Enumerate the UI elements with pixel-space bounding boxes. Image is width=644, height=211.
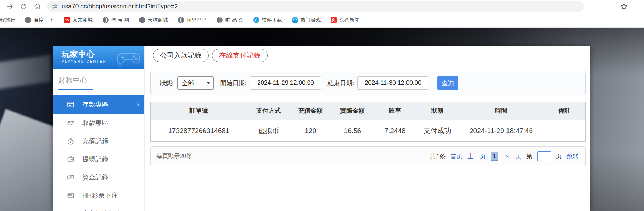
url-text[interactable]: usa70.cc/hhcp/usercenter.html?iniType=2 bbox=[62, 3, 178, 10]
bookmark-toutiao[interactable]: 头 头条新闻 bbox=[331, 17, 360, 24]
cell-actual-amount: 16.56 bbox=[331, 120, 374, 142]
bookmark-taobao[interactable]: 淘 宝 网 bbox=[103, 17, 129, 24]
table-header-row: 訂單號 支付方式 充值金額 實際金額 匯率 狀態 時間 備註 bbox=[151, 102, 586, 120]
page-size-text: 每頁顯示20條 bbox=[156, 153, 192, 160]
sidebar-item-withdrawal-records[interactable]: 提現記錄 bbox=[53, 150, 144, 168]
bookmarks-bar: 程旅行 百度一下 JD 京东商城 淘 宝 网 天猫商城 阿里巴巴 唯 品 会 软… bbox=[0, 13, 644, 28]
globe-icon bbox=[178, 17, 184, 23]
cell-recharge-amount: 120 bbox=[290, 120, 331, 142]
bookmark-games[interactable]: 热门游戏 bbox=[292, 17, 321, 24]
filter-bar: 狀態: 全部 開始日期: 結束日期: 查詢 bbox=[150, 71, 586, 95]
bookmark-jd[interactable]: JD 京东商城 bbox=[64, 17, 93, 24]
start-date-input[interactable] bbox=[250, 76, 321, 90]
deposit-card-icon bbox=[67, 101, 74, 108]
sidebar-item-label: 取款專區 bbox=[82, 119, 108, 127]
sidebar-item-withdraw[interactable]: 取款專區 bbox=[53, 114, 144, 132]
bookmark-ctrip[interactable]: 程旅行 bbox=[0, 17, 15, 24]
list-ticket-icon bbox=[67, 192, 74, 199]
software-icon bbox=[253, 17, 259, 23]
start-date-label: 開始日期: bbox=[220, 79, 247, 87]
globe-icon bbox=[217, 17, 223, 23]
bookmark-star-icon[interactable] bbox=[620, 3, 628, 11]
sidebar-item-label: 充值記錄 bbox=[82, 137, 108, 145]
cell-payment-method: 虚拟币 bbox=[247, 120, 290, 142]
col-time: 時間 bbox=[459, 102, 543, 120]
banknote-icon bbox=[67, 174, 74, 181]
col-status: 狀態 bbox=[416, 102, 459, 120]
col-recharge-amount: 充值金額 bbox=[290, 102, 331, 120]
bookmark-software[interactable]: 软件下载 bbox=[253, 17, 282, 24]
sidebar-menu: 存款專區 › 取款專區 充值記錄 提現記錄 資金記錄 bbox=[53, 95, 144, 211]
cell-status: 支付成功 bbox=[416, 120, 459, 142]
sidebar-item-deposit[interactable]: 存款專區 › bbox=[53, 95, 144, 114]
table-row: 1732877266314681 虚拟币 120 16.56 7.2448 支付… bbox=[151, 120, 586, 142]
sidebar-header: 玩家中心 PLAYERS CENTER bbox=[53, 46, 144, 69]
sidebar-item-funds-records[interactable]: 資金記錄 bbox=[53, 168, 144, 186]
gamepad-icon bbox=[116, 48, 141, 67]
wallet-icon bbox=[67, 156, 74, 163]
jump-suffix: 页 bbox=[556, 152, 562, 161]
sidebar-item-recharge-records[interactable]: 充值記錄 bbox=[53, 132, 144, 150]
current-page-badge: 1 bbox=[491, 152, 498, 161]
status-label: 狀態: bbox=[160, 79, 174, 87]
end-date-label: 結束日期: bbox=[327, 79, 354, 87]
sidebar-section: 財務中心 bbox=[53, 69, 144, 90]
col-payment-method: 支付方式 bbox=[247, 102, 290, 120]
jump-button[interactable]: 跳转 bbox=[566, 152, 579, 161]
status-select[interactable]: 全部 bbox=[177, 76, 214, 90]
sidebar-item-label: 存款專區 bbox=[82, 100, 108, 109]
search-button[interactable]: 查詢 bbox=[437, 76, 458, 90]
tab-online-payment-records[interactable]: 在線支付記錄 bbox=[212, 49, 268, 62]
end-date-input[interactable] bbox=[357, 76, 428, 90]
bookmark-alibaba[interactable]: 阿里巴巴 bbox=[178, 17, 207, 24]
reload-icon[interactable] bbox=[20, 3, 28, 11]
page-background: 玩家中心 PLAYERS CENTER 財務中心 存款專區 › bbox=[0, 28, 644, 211]
game-mascot-icon bbox=[292, 17, 298, 23]
col-exchange-rate: 匯率 bbox=[374, 102, 416, 120]
money-bag-icon bbox=[67, 137, 74, 145]
browser-toolbar: usa70.cc/hhcp/usercenter.html?iniType=2 bbox=[0, 0, 644, 13]
status-select-value: 全部 bbox=[182, 79, 194, 87]
cell-remark bbox=[543, 120, 586, 142]
globe-icon bbox=[25, 17, 31, 23]
hand-money-icon bbox=[67, 119, 74, 127]
sidebar-item-hh-lottery-bets[interactable]: HH彩票下注 bbox=[53, 186, 144, 204]
jump-page-input[interactable] bbox=[537, 151, 551, 161]
sidebar-item-label: 資金記錄 bbox=[82, 173, 108, 182]
address-bar[interactable]: usa70.cc/hhcp/usercenter.html?iniType=2 bbox=[47, 1, 584, 12]
col-remark: 備註 bbox=[543, 102, 586, 120]
cell-time: 2024-11-29 18:47:46 bbox=[459, 120, 543, 142]
background-light-streak bbox=[0, 55, 51, 89]
cell-exchange-rate: 7.2448 bbox=[374, 120, 416, 142]
jd-icon: JD bbox=[64, 17, 70, 23]
site-info-icon[interactable] bbox=[51, 3, 58, 10]
chevron-right-icon: › bbox=[137, 101, 139, 108]
chevron-down-icon bbox=[206, 82, 210, 84]
toutiao-icon: 头 bbox=[331, 17, 337, 23]
tab-company-deposit-records[interactable]: 公司入款記錄 bbox=[153, 49, 209, 62]
home-icon[interactable] bbox=[33, 3, 41, 11]
sidebar-item-label: 魔宝投註記錄 bbox=[82, 209, 121, 211]
cell-order-number: 1732877266314681 bbox=[151, 120, 247, 142]
player-center-panel: 玩家中心 PLAYERS CENTER 財務中心 存款專區 › bbox=[53, 46, 590, 211]
next-page-link[interactable]: 下一页 bbox=[503, 152, 522, 161]
col-order-number: 訂單號 bbox=[151, 102, 247, 120]
sidebar: 玩家中心 PLAYERS CENTER 財務中心 存款專區 › bbox=[53, 46, 145, 211]
total-count: 共1条 bbox=[430, 152, 446, 161]
payment-records-table: 訂單號 支付方式 充值金額 實際金額 匯率 狀態 時間 備註 173287726… bbox=[150, 102, 586, 142]
sidebar-item-mobao-bet-records[interactable]: 魔宝投註記錄 bbox=[53, 204, 144, 211]
sidebar-section-title: 財務中心 bbox=[58, 75, 144, 90]
prev-page-link[interactable]: 上一页 bbox=[468, 152, 486, 161]
sidebar-item-label: HH彩票下注 bbox=[82, 191, 118, 200]
sidebar-item-label: 提現記錄 bbox=[82, 155, 108, 164]
first-page-link[interactable]: 首页 bbox=[451, 152, 463, 161]
globe-icon bbox=[139, 17, 145, 23]
bookmark-tmall[interactable]: 天猫商城 bbox=[139, 17, 168, 24]
bookmark-baidu[interactable]: 百度一下 bbox=[25, 17, 54, 24]
globe-icon bbox=[103, 17, 109, 23]
record-tabs: 公司入款記錄 在線支付記錄 bbox=[150, 49, 586, 62]
forward-icon[interactable] bbox=[6, 3, 14, 11]
pagination-bar: 每頁顯示20條 共1条 首页 上一页 1 下一页 第 页 跳转 bbox=[150, 146, 586, 166]
bookmark-vip[interactable]: 唯 品 会 bbox=[217, 17, 243, 24]
col-actual-amount: 實際金額 bbox=[331, 102, 374, 120]
